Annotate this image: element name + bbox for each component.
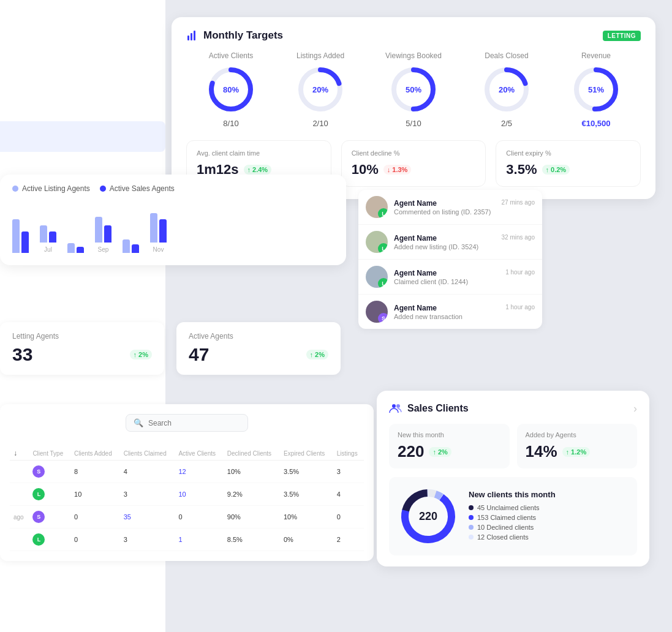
target-value-2: 5/10	[406, 119, 421, 128]
legend-dot-sales	[100, 186, 106, 192]
sidebar-highlight	[0, 121, 165, 152]
avatar-badge-0: L	[378, 208, 388, 218]
avatar-badge-2: L	[378, 278, 388, 288]
activity-time-1: 32 mins ago	[502, 234, 535, 241]
people-icon	[389, 402, 402, 415]
metric-label-1: Client decline %	[352, 149, 476, 157]
legend-declined: 10 Declined clients	[469, 524, 629, 531]
chart-card: Active Listing Agents Active Sales Agent…	[0, 175, 346, 265]
added-by-agents-change: ↑ 1.2%	[562, 447, 591, 457]
legend-label-declined: 10 Declined clients	[477, 524, 534, 531]
bar-light-2	[67, 243, 75, 253]
client-badge-s-1: S	[32, 511, 45, 523]
legend-unclaimed: 45 Unclaimed clients	[469, 504, 629, 511]
metric-value-2: 3.5%	[506, 162, 537, 178]
table-row[interactable]: S 8 4 12 10% 3.5% 3	[10, 461, 364, 483]
donut-4: 51%	[572, 65, 621, 114]
donut-label-2: 50%	[406, 85, 421, 94]
activity-time-3: 1 hour ago	[505, 304, 535, 310]
new-clients-title: New clients this month	[469, 490, 629, 499]
letting-badge: LETTING	[603, 31, 641, 41]
search-icon: 🔍	[134, 418, 143, 427]
donut-label-0: 80%	[223, 85, 239, 94]
bar-dark-0	[21, 231, 29, 253]
target-active-clients: Active Clients 80% 8/10	[206, 51, 255, 128]
legend-dot-unclaimed	[469, 505, 474, 510]
donut-2: 50%	[389, 65, 438, 114]
bar-group-2	[67, 243, 84, 253]
activity-name-1: Agent Name	[394, 234, 437, 243]
avatar-1: L	[366, 231, 388, 253]
sales-clients-card: Sales Clients › New this month 220 ↑ 2% …	[377, 391, 649, 566]
search-input[interactable]	[148, 419, 240, 427]
new-clients-donut-label: 220	[419, 510, 437, 523]
col-listings: Listings	[333, 446, 364, 461]
sales-stats-row: New this month 220 ↑ 2% Added by Agents …	[389, 424, 637, 468]
target-value-4: €10,500	[581, 119, 610, 128]
client-badge-s-0: S	[32, 465, 45, 478]
cell-clients-added-0: 8	[70, 461, 120, 483]
table-row[interactable]: L 0 3 1 8.5% 0% 2	[10, 529, 364, 551]
activity-item-3[interactable]: S Agent Name 1 hour ago Added new transa…	[358, 295, 542, 329]
col-client-type: Client Type	[29, 446, 70, 461]
avatar-3: S	[366, 301, 388, 323]
chart-legend: Active Listing Agents Active Sales Agent…	[12, 184, 334, 193]
chevron-right-icon[interactable]: ›	[633, 402, 637, 415]
bar-chart-icon	[186, 29, 198, 42]
bar-dark-1	[49, 231, 56, 243]
activity-item-0[interactable]: L Agent Name 27 mins ago Commented on li…	[358, 190, 542, 225]
activity-info-3: Agent Name 1 hour ago Added new transact…	[394, 304, 535, 320]
legend-label-sales: Active Sales Agents	[110, 184, 175, 193]
new-this-month-value: 220	[398, 442, 424, 461]
activity-desc-0: Commented on listing (ID. 2357)	[394, 208, 535, 216]
new-this-month-label: New this month	[398, 431, 501, 438]
metric-label-2: Client expiry %	[506, 149, 630, 157]
target-label-4: Revenue	[581, 51, 611, 60]
stat-active-agents: Active Agents 47 ↑ 2%	[176, 322, 341, 375]
targets-grid: Active Clients 80% 8/10 Listings Added 2…	[186, 51, 641, 128]
table-row[interactable]: L 10 3 10 9.2% 3.5% 4	[10, 483, 364, 506]
legend-label-listing: Active Listing Agents	[22, 184, 90, 193]
legend-label-closed: 12 Closed clients	[477, 533, 529, 541]
avatar-0: L	[366, 196, 388, 218]
new-clients-legend: New clients this month 45 Unclaimed clie…	[469, 490, 629, 543]
new-this-month-change: ↑ 2%	[429, 447, 451, 457]
stat-label-0: Letting Agents	[12, 332, 152, 340]
col-sort[interactable]: ↓	[10, 446, 29, 461]
legend-dot-listing	[12, 186, 18, 192]
sales-title: Sales Clients	[407, 403, 469, 414]
target-label-2: Viewings Booked	[385, 51, 442, 60]
metric-change-0: ↑ 2.4%	[244, 165, 272, 175]
donut-label-3: 20%	[499, 85, 515, 94]
col-expired: Expired Clients	[280, 446, 333, 461]
cell-declined-1: 9.2%	[224, 483, 280, 506]
cell-listings-1: 4	[333, 483, 364, 506]
activity-info-0: Agent Name 27 mins ago Commented on list…	[394, 199, 535, 216]
cell-active-0: 12	[175, 461, 223, 483]
bar-month-jul: Jul	[44, 246, 52, 253]
target-revenue: Revenue 51% €10,500	[572, 51, 621, 128]
stat-value-1: 47	[189, 344, 209, 365]
added-by-agents-label: Added by Agents	[526, 431, 629, 438]
activity-item-2[interactable]: L Agent Name 1 hour ago Claimed client (…	[358, 260, 542, 295]
target-label-1: Listings Added	[296, 51, 344, 60]
cell-declined-0: 10%	[224, 461, 280, 483]
target-value-0: 8/10	[223, 119, 238, 128]
cell-active-3: 1	[175, 529, 223, 551]
table-row[interactable]: ago S 0 35 0 90% 10% 0	[10, 506, 364, 529]
cell-expired-2: 10%	[280, 506, 333, 529]
cell-listings-0: 3	[333, 461, 364, 483]
activity-time-0: 27 mins ago	[502, 199, 535, 206]
target-label-3: Deals Closed	[485, 51, 528, 60]
new-clients-donut: 220	[398, 486, 459, 547]
cell-declined-2: 90%	[224, 506, 280, 529]
legend-closed: 12 Closed clients	[469, 533, 629, 541]
donut-label-4: 51%	[588, 85, 604, 94]
monthly-targets-title: Monthly Targets	[203, 29, 283, 42]
cell-clients-claimed-1: 3	[120, 483, 175, 506]
bar-group-1: Jul	[40, 225, 56, 253]
activity-item-1[interactable]: L Agent Name 32 mins ago Added new listi…	[358, 225, 542, 260]
cell-clients-claimed-3: 3	[120, 529, 175, 551]
col-active-clients: Active Clients	[175, 446, 223, 461]
search-bar[interactable]: 🔍	[126, 414, 248, 432]
